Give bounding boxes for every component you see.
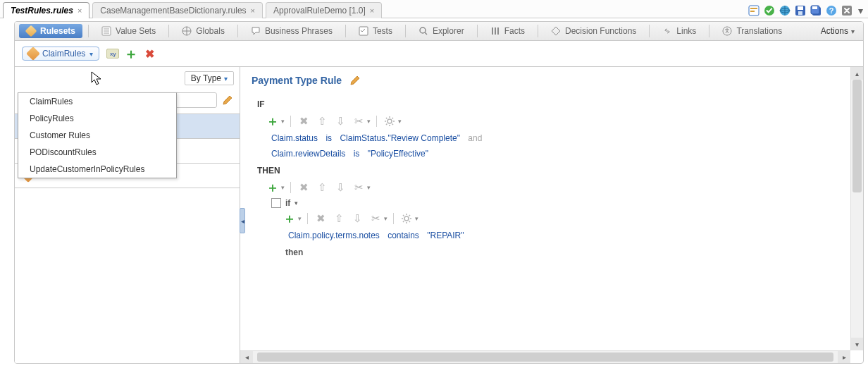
delete-icon[interactable]: ✖ [143, 47, 156, 60]
edit-icon[interactable] [221, 94, 234, 106]
caret-down-icon[interactable]: ▾ [415, 215, 418, 222]
ruleset-chooser-row: ClaimRules ▾ xy ＋ ✖ [15, 41, 863, 66]
help-icon[interactable]: ? [826, 5, 837, 16]
tab-explorer[interactable]: Explorer [411, 24, 471, 38]
tab-business-phrases[interactable]: Business Phrases [244, 24, 340, 38]
tab-label: Translations [736, 26, 782, 36]
tab-label: Decision Functions [565, 26, 636, 36]
checkbox[interactable] [271, 198, 281, 208]
caret-down-icon[interactable]: ▾ [384, 215, 388, 222]
file-tab-label: ApprovalRuleDemo [1.0] [273, 6, 366, 16]
keyword-if: IF [257, 99, 839, 109]
globe-icon[interactable] [779, 5, 790, 16]
speech-icon [251, 26, 261, 36]
tab-label: Rulesets [40, 26, 75, 36]
gear-icon[interactable] [399, 211, 414, 226]
svg-rect-2 [750, 11, 755, 12]
move-down-icon[interactable]: ⇩ [333, 114, 347, 128]
condition-expr[interactable]: Claim.reviewDetails is "PolicyEffective" [252, 146, 839, 161]
delete-icon[interactable]: ✖ [314, 211, 328, 226]
scroll-right-icon[interactable]: ▸ [838, 351, 850, 363]
rule-editor-panel: Payment Type Rule IF ＋ ▾ ✖ ⇧ ⇩ ✂ ▾ [240, 67, 863, 363]
caret-down-icon[interactable]: ▾ [398, 118, 402, 125]
dropdown-item[interactable]: Customer Rules [18, 127, 176, 144]
delete-icon[interactable]: ✖ [297, 180, 311, 195]
ruleset-icon [26, 47, 40, 61]
scroll-thumb[interactable] [852, 80, 862, 192]
edit-icon[interactable] [349, 74, 361, 87]
add-icon[interactable]: ＋ [283, 211, 297, 226]
link-icon [662, 26, 672, 36]
save-all-icon[interactable] [810, 5, 822, 16]
gear-icon[interactable] [383, 114, 397, 128]
validate-icon[interactable] [764, 5, 775, 16]
caret-down-icon[interactable]: ▾ [294, 200, 298, 207]
file-tab[interactable]: CaseManagementBaseDictionary.rules × [92, 2, 263, 18]
vertical-scrollbar[interactable]: ▴ ▾ [850, 67, 863, 350]
rule-editor-content: Payment Type Rule IF ＋ ▾ ✖ ⇧ ⇩ ✂ ▾ [240, 67, 850, 350]
close-icon[interactable]: × [78, 6, 82, 15]
ruleset-dropdown: ClaimRules PolicyRules Customer Rules PO… [18, 92, 177, 178]
move-down-icon[interactable]: ⇩ [350, 211, 364, 226]
close-icon[interactable]: × [370, 6, 374, 15]
scroll-down-icon[interactable]: ▾ [851, 338, 863, 350]
actions-menu[interactable]: Actions ▾ [817, 26, 859, 36]
close-panel-icon[interactable] [841, 5, 852, 16]
caret-down-icon[interactable]: ▾ [367, 184, 371, 191]
caret-down-icon[interactable]: ▾ [281, 184, 285, 191]
ruleset-chooser-button[interactable]: ClaimRules ▾ [22, 47, 99, 61]
caret-down-icon[interactable]: ▾ [298, 215, 302, 222]
tab-rulesets[interactable]: Rulesets [19, 24, 82, 38]
caret-down-icon[interactable]: ▾ [367, 118, 371, 125]
tab-value-sets[interactable]: Value Sets [94, 24, 163, 38]
delete-icon[interactable]: ✖ [297, 114, 311, 128]
tab-globals[interactable]: Globals [175, 24, 232, 38]
tab-tests[interactable]: Tests [352, 24, 399, 38]
nested-condition-expr[interactable]: Claim.policy.terms.notes contains "REPAI… [271, 228, 839, 243]
tab-facts[interactable]: Facts [483, 24, 532, 38]
dropdown-item[interactable]: PolicyRules [18, 110, 176, 127]
condition-expr[interactable]: Claim.status is ClaimStatus."Review Comp… [252, 130, 839, 146]
move-up-icon[interactable]: ⇧ [315, 114, 329, 128]
close-icon[interactable]: × [251, 6, 255, 15]
move-up-icon[interactable]: ⇧ [315, 180, 329, 195]
find-highlight-icon[interactable] [748, 5, 760, 16]
add-icon[interactable]: ＋ [266, 114, 280, 128]
dropdown-item[interactable]: PODiscountRules [18, 144, 176, 161]
menu-caret-icon[interactable]: ▾ [857, 5, 864, 16]
horizontal-scrollbar[interactable]: ◂ ▸ [240, 350, 850, 363]
caret-down-icon: ▾ [224, 75, 228, 82]
tab-label: Globals [196, 26, 225, 36]
move-down-icon[interactable]: ⇩ [333, 180, 347, 195]
filter-dropdown[interactable]: By Type ▾ [185, 71, 234, 85]
rule-title: Payment Type Rule [252, 75, 342, 86]
cut-icon[interactable]: ✂ [352, 180, 366, 195]
svg-rect-8 [798, 11, 802, 15]
tab-translations[interactable]: Translations [715, 24, 789, 38]
file-tab[interactable]: ApprovalRuleDemo [1.0] × [266, 2, 382, 18]
xy-badge-icon[interactable]: xy [106, 47, 119, 60]
action-toolbar: ＋ ▾ ✖ ⇧ ⇩ ✂ ▾ [252, 178, 839, 197]
add-icon[interactable]: ＋ [125, 47, 137, 60]
svg-text:?: ? [829, 6, 834, 15]
move-up-icon[interactable]: ⇧ [332, 211, 346, 226]
cut-icon[interactable]: ✂ [368, 211, 383, 226]
svg-point-21 [404, 216, 409, 221]
dropdown-item[interactable]: UpdateCustomerInPolicyRules [18, 161, 176, 178]
splitter-handle[interactable]: ◂ [240, 208, 245, 233]
ruleset-chooser-label: ClaimRules [42, 49, 85, 59]
tab-decision-functions[interactable]: Decision Functions [544, 24, 643, 38]
keyword-then: THEN [257, 166, 839, 176]
scroll-left-icon[interactable]: ◂ [240, 351, 253, 363]
tab-links[interactable]: Links [655, 24, 703, 38]
save-icon[interactable] [795, 5, 806, 16]
keyword-then-lc: then [285, 247, 839, 257]
keyword-if-lc: if [285, 198, 290, 208]
cut-icon[interactable]: ✂ [352, 114, 366, 128]
file-tab-active[interactable]: TestRules.rules × [3, 2, 89, 18]
scroll-up-icon[interactable]: ▴ [851, 67, 863, 80]
dropdown-item[interactable]: ClaimRules [18, 93, 176, 110]
add-icon[interactable]: ＋ [266, 180, 280, 195]
scroll-thumb[interactable] [257, 352, 833, 362]
caret-down-icon[interactable]: ▾ [281, 118, 285, 125]
